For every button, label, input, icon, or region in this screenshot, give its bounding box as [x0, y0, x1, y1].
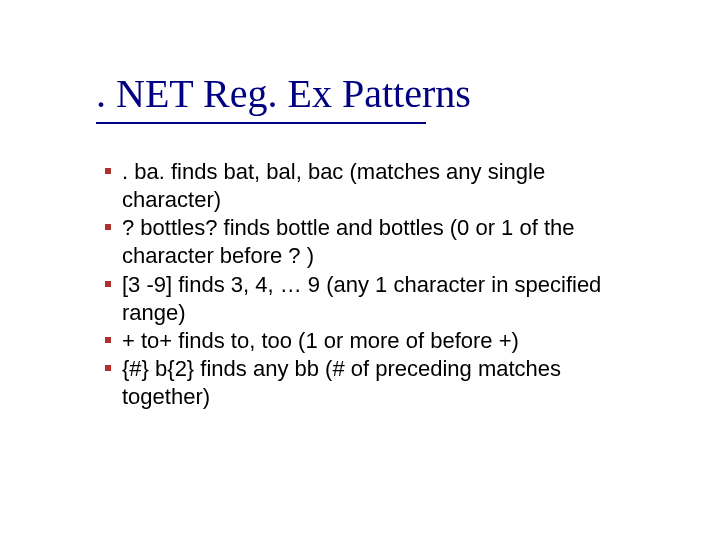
list-item: . ba. finds bat, bal, bac (matches any s… [122, 158, 612, 214]
item-text: + to+ finds to, too (1 or more of before… [122, 328, 519, 353]
list-item: [3 -9] finds 3, 4, … 9 (any 1 character … [122, 271, 612, 327]
item-text: ? bottles? finds bottle and bottles (0 o… [122, 215, 575, 268]
bullet-icon [105, 281, 111, 287]
body-text: . ba. finds bat, bal, bac (matches any s… [122, 158, 612, 411]
item-text: . ba. finds bat, bal, bac (matches any s… [122, 159, 545, 212]
list-item: ? bottles? finds bottle and bottles (0 o… [122, 214, 612, 270]
bullet-icon [105, 337, 111, 343]
title-block: . NET Reg. Ex Patterns [96, 72, 471, 124]
list-item: + to+ finds to, too (1 or more of before… [122, 327, 612, 355]
bullet-icon [105, 365, 111, 371]
list-item: {#} b{2} finds any bb (# of preceding ma… [122, 355, 612, 411]
bullet-icon [105, 168, 111, 174]
title-underline [96, 122, 426, 124]
bullet-icon [105, 224, 111, 230]
item-text: [3 -9] finds 3, 4, … 9 (any 1 character … [122, 272, 601, 325]
slide-title: . NET Reg. Ex Patterns [96, 72, 471, 116]
slide: . NET Reg. Ex Patterns . ba. finds bat, … [0, 0, 720, 540]
item-text: {#} b{2} finds any bb (# of preceding ma… [122, 356, 561, 409]
